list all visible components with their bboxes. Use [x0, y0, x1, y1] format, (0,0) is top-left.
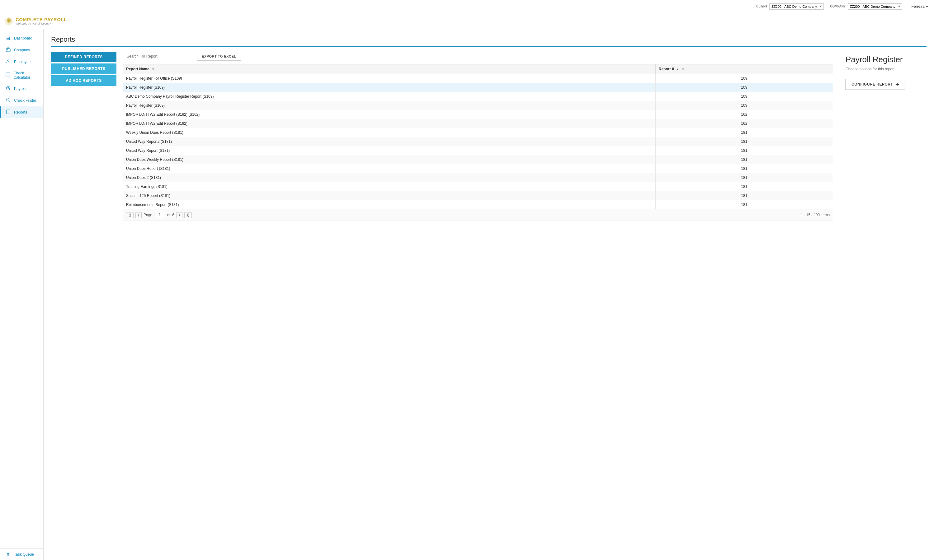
sidebar-label-payrolls: Payrolls — [14, 86, 28, 91]
number-sort-icon[interactable]: ▲ — [676, 68, 679, 71]
table-row[interactable]: Training Earnings (S181) 181 — [123, 182, 833, 191]
of-label: of — [167, 213, 170, 217]
table-area: EXPORT TO EXCEL Report Name ▼ Report # ▲ — [123, 52, 833, 554]
svg-point-6 — [8, 60, 9, 61]
reports-icon — [5, 109, 11, 115]
table-row[interactable]: Union Dues Report (S181) 181 — [123, 164, 833, 173]
panel-report-title: Payroll Register — [846, 55, 920, 65]
table-row[interactable]: Union Dues Weekly Report (S181) 181 — [123, 155, 833, 164]
sidebar-item-payrolls[interactable]: Payrolls — [0, 83, 43, 95]
configure-report-button[interactable]: CONFIGURE REPORT ➜ — [846, 79, 905, 90]
tab-defined-reports[interactable]: DEFINED REPORTS — [51, 52, 116, 62]
payrolls-icon — [5, 86, 11, 91]
company-label: COMPANY — [830, 5, 846, 8]
check-calculator-icon — [5, 72, 10, 78]
table-row[interactable]: Section 125 Report (S181) 181 — [123, 191, 833, 200]
name-filter-icon[interactable]: ▼ — [152, 68, 155, 71]
svg-point-1 — [8, 20, 10, 22]
last-page-button[interactable]: ⟩⟩ — [184, 212, 192, 218]
search-input[interactable] — [123, 52, 197, 61]
report-name-cell: Reimbursements Report (S181) — [123, 200, 656, 209]
reports-layout: DEFINED REPORTS PUBLISHED REPORTS AD HOC… — [51, 52, 926, 554]
report-name-cell: United Way Report2 (S181) — [123, 137, 656, 146]
top-bar: CLIENT ZZ200 - ABC Demo Company COMPANY … — [0, 0, 934, 13]
col-header-name: Report Name ▼ — [123, 65, 656, 74]
pagination: ⟨⟨ ⟨ Page of 6 ⟩ ⟩⟩ 1 - 15 of 90 items — [123, 209, 833, 221]
user-menu[interactable]: Ferreiral — [912, 5, 928, 9]
company-selector: COMPANY ZZ200 - ABC Demo Company — [830, 3, 902, 10]
table-row[interactable]: Weekly Union Dues Report (S181) 181 — [123, 128, 833, 137]
company-select[interactable]: ZZ200 - ABC Demo Company — [848, 3, 902, 10]
sidebar-item-dashboard[interactable]: ⊞ Dashboard — [0, 32, 43, 44]
client-select[interactable]: ZZ200 - ABC Demo Company — [769, 3, 824, 10]
sidebar-item-check-calculator[interactable]: Check Calculator — [0, 68, 43, 83]
sidebar-label-reports: Reports — [14, 110, 27, 114]
content-area: Reports DEFINED REPORTS PUBLISHED REPORT… — [43, 29, 934, 560]
table-row[interactable]: Reimbursements Report (S181) 181 — [123, 200, 833, 209]
report-name-cell: Payroll Register For Office (S109) — [123, 74, 656, 83]
number-filter-icon[interactable]: ▼ — [681, 68, 684, 71]
first-page-button[interactable]: ⟨⟨ — [126, 212, 134, 218]
items-info: 1 - 15 of 90 items — [801, 213, 830, 217]
sidebar-label-check-calculator: Check Calculator — [13, 71, 39, 80]
sidebar-item-employees[interactable]: Employees — [0, 56, 43, 68]
svg-rect-5 — [8, 48, 9, 49]
table-row[interactable]: IMPORTANT! W2 Edit Report (S162) (S162) … — [123, 110, 833, 119]
report-name-cell: IMPORTANT! W2 Edit Report (S162) (S162) — [123, 110, 656, 119]
report-number-cell: 109 — [655, 83, 833, 92]
next-page-button[interactable]: ⟩ — [176, 212, 182, 218]
tab-published-reports[interactable]: PUBLISHED REPORTS — [51, 63, 116, 74]
client-label: CLIENT — [756, 5, 768, 8]
sidebar-item-task-queue[interactable]: ⬆ Task Queue — [0, 549, 43, 560]
logo-area: COMPLETE PAYROLL Welcome To Payroll Coun… — [15, 17, 67, 25]
table-row[interactable]: Union Dues 2 (S181) 181 — [123, 173, 833, 182]
reports-table: Report Name ▼ Report # ▲ ▼ Payroll Regi — [123, 64, 833, 209]
table-row[interactable]: ABC Demo Company Payroll Register Report… — [123, 92, 833, 101]
report-name-cell: Training Earnings (S181) — [123, 182, 656, 191]
logo-icon — [5, 17, 13, 26]
sidebar-item-check-finder[interactable]: Check Finder — [0, 95, 43, 106]
sidebar: ⊞ Dashboard Company Employees Check Calc… — [0, 29, 43, 560]
check-finder-icon — [5, 98, 11, 103]
tab-adhoc-reports[interactable]: AD HOC REPORTS — [51, 75, 116, 86]
report-name-cell: Section 125 Report (S181) — [123, 191, 656, 200]
report-number-cell: 181 — [655, 164, 833, 173]
sidebar-item-reports[interactable]: Reports — [0, 106, 43, 118]
report-name-cell: Union Dues Weekly Report (S181) — [123, 155, 656, 164]
table-row[interactable]: United Way Report2 (S181) 181 — [123, 137, 833, 146]
prev-page-button[interactable]: ⟨ — [136, 212, 142, 218]
sidebar-label-check-finder: Check Finder — [14, 98, 36, 103]
export-button[interactable]: EXPORT TO EXCEL — [197, 52, 241, 61]
report-number-cell: 109 — [655, 101, 833, 110]
report-number-cell: 109 — [655, 74, 833, 83]
sidebar-item-company[interactable]: Company — [0, 44, 43, 56]
table-row[interactable]: Payroll Register For Office (S109) 109 — [123, 74, 833, 83]
page-title: Reports — [51, 35, 926, 47]
report-number-cell: 181 — [655, 182, 833, 191]
table-row[interactable]: IMPORTANT! W2 Edit Report (S162) 162 — [123, 119, 833, 128]
configure-label: CONFIGURE REPORT — [851, 82, 893, 86]
report-name-cell: Payroll Register (S109) — [123, 83, 656, 92]
configure-arrow-icon: ➜ — [895, 82, 899, 87]
table-row[interactable]: Payroll Register (S109) 109 — [123, 83, 833, 92]
page-label: Page — [143, 213, 152, 217]
dashboard-icon: ⊞ — [5, 35, 11, 41]
panel-subtitle: Choose options for this report — [846, 67, 920, 71]
total-pages: 6 — [172, 213, 174, 217]
page-number-input[interactable] — [154, 212, 165, 218]
svg-rect-3 — [7, 49, 8, 50]
company-icon — [5, 47, 11, 53]
report-number-cell: 109 — [655, 92, 833, 101]
report-number-cell: 181 — [655, 191, 833, 200]
table-row[interactable]: Payroll Register (S109) 109 — [123, 101, 833, 110]
table-row[interactable]: United Way Report (S181) 181 — [123, 146, 833, 155]
sidebar-label-employees: Employees — [14, 60, 32, 64]
report-name-cell: Payroll Register (S109) — [123, 101, 656, 110]
report-number-cell: 181 — [655, 200, 833, 209]
report-name-cell: United Way Report (S181) — [123, 146, 656, 155]
report-number-cell: 181 — [655, 173, 833, 182]
report-number-cell: 181 — [655, 128, 833, 137]
main-layout: ⊞ Dashboard Company Employees Check Calc… — [0, 29, 934, 560]
report-number-cell: 162 — [655, 119, 833, 128]
svg-rect-4 — [9, 49, 9, 50]
